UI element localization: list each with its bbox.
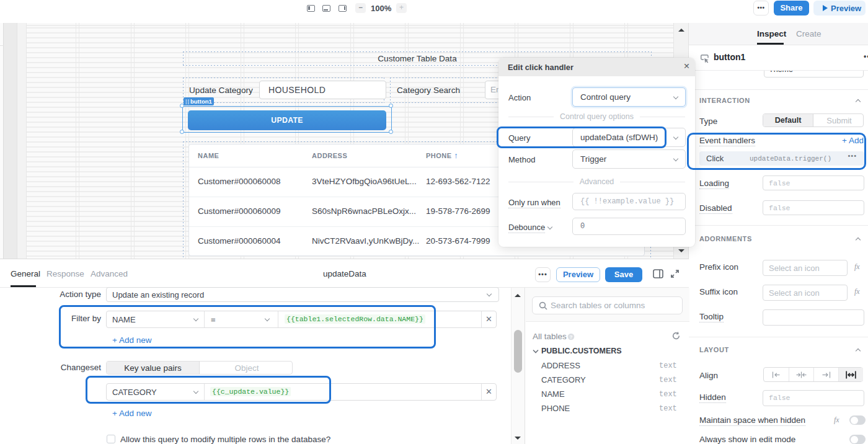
svg-text:?: ? (570, 334, 573, 340)
